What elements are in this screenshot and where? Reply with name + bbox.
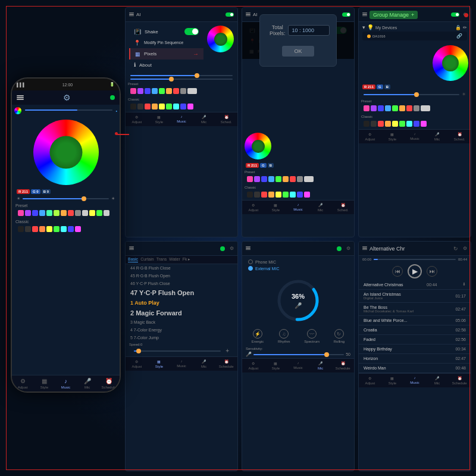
effect-44[interactable]: 44 R·G·B Flush Close [126,264,237,272]
p6-tab-adjust[interactable]: ⚙Adjust [359,374,381,387]
p6-tab-schedule[interactable]: ⏰Schedule [448,374,471,387]
hamburger-icon-5[interactable] [246,246,250,251]
link-icon[interactable]: 🔗 [456,33,462,39]
p3-tab-adjust[interactable]: ⚙Adjust [359,130,381,143]
gear-icon-6[interactable]: ⚙ [463,246,467,251]
hamburger-icon[interactable] [129,12,134,17]
p3-tab-schedule[interactable]: ⏰Sched. [448,130,471,143]
swatch-light[interactable] [104,210,109,216]
phone-tab-style[interactable]: ▦ Style [33,375,55,392]
about-item[interactable]: ℹ About [129,60,203,70]
p1-tab-style[interactable]: ▦Style [148,112,171,126]
mode-energic[interactable]: ⚡ Energic [252,329,264,343]
p2-tab-adjust[interactable]: ⚙Adjust [242,201,265,214]
p1-tab-schedule[interactable]: ⏰Sched. [215,112,237,126]
swatch-lime[interactable] [54,210,60,216]
effect-45[interactable]: 45 R·G·B Flush Open [126,272,237,280]
effect-47[interactable]: 47 Y·C·P Flush Open [126,287,237,298]
p3-tab-mic[interactable]: 🎤Mic [426,130,449,143]
hamburger-icon-2[interactable] [246,12,250,17]
mode-rhythm[interactable]: ♫ Rhythm [278,329,290,343]
phone-tab-adjust[interactable]: ⚙ Adjust [12,375,33,392]
c-swatch-5[interactable] [46,226,52,232]
swatch-purple[interactable] [25,210,31,216]
next-button[interactable]: ⏭ [427,266,437,277]
hamburger-icon-4[interactable] [129,246,134,251]
track-2[interactable]: An Island ChristmasDigital Juice 01:17 [359,290,471,303]
p4-tab-style[interactable]: ▦Style [148,357,171,371]
small-color-dot[interactable] [14,107,21,114]
c-swatch-6[interactable] [54,226,60,232]
toggle-on-1[interactable] [226,12,234,17]
effect-2[interactable]: 2 Magic Forward [126,308,237,318]
p1-tab-music[interactable]: ♪Music [170,112,193,126]
add-speed-icon[interactable]: + [226,347,229,354]
p2-tab-music[interactable]: ♪Music [287,201,309,214]
tab-basic[interactable]: Basic [128,257,138,262]
device-entry[interactable]: DA1016 🔗 [362,32,467,40]
phone-tab-mic[interactable]: 🎤 Mic [77,375,98,392]
lock-icon[interactable]: 🔒 [455,25,461,30]
phone-tab-music[interactable]: ♪ Music [55,375,76,392]
effect-46[interactable]: 46 Y·C·P Flush Close [126,280,237,287]
p5-tab-mic[interactable]: 🎤Mic [309,359,332,372]
dialog-ok-button[interactable]: OK [282,46,314,57]
tab-water[interactable]: Water [169,257,180,262]
track-3[interactable]: Be The BossMichal Docekalec & Tomas Karl… [359,303,471,316]
phone-color-wheel[interactable] [33,120,99,185]
swatch-green[interactable] [96,210,102,216]
c-swatch-9[interactable] [75,226,81,232]
swatch-orange[interactable] [61,210,67,216]
chevron-down-icon[interactable]: ▾ [362,24,365,30]
track-9[interactable]: Weirdo Man 00:48 [359,364,471,373]
p4-tab-adjust[interactable]: ⚙Adjust [126,357,148,371]
track-4[interactable]: Blue and White Porce... 05:06 [359,316,471,325]
phone-mic-option[interactable]: Phone MIC [248,259,348,264]
tab-curtain[interactable]: Curtain [140,257,154,262]
tab-trans[interactable]: Trans [156,257,167,262]
track-7[interactable]: Happy Birthday 00:34 [359,345,471,354]
track-1-download[interactable]: ⬇ [462,282,466,287]
effect-1[interactable]: 1 Auto Play [126,298,237,308]
p5-tab-style[interactable]: ▦Style [265,359,287,372]
phone-tab-schedule[interactable]: ⏰ Schedule [98,375,120,392]
swatch-white[interactable] [82,210,88,216]
p2-tab-mic[interactable]: 🎤Mic [309,201,332,214]
p4-tab-mic[interactable]: 🎤Mic [193,357,215,371]
effect-3[interactable]: 3 Magic Back [126,318,237,326]
p6-tab-mic[interactable]: 🎤Mic [426,374,449,387]
track-5[interactable]: Croatia 02:58 [359,325,471,335]
panel3-color-wheel[interactable] [433,45,468,81]
p1-tab-mic[interactable]: 🎤Mic [193,112,215,126]
c-swatch-4[interactable] [39,226,45,232]
menu-icon[interactable] [17,95,24,100]
c-swatch-8[interactable] [68,226,74,232]
p6-tab-style[interactable]: ▦Style [381,374,404,387]
p3-tab-music[interactable]: ♪Music [403,130,426,143]
p3-tab-style[interactable]: ▦Style [381,130,404,143]
shake-item[interactable]: 📳 Shake [129,26,203,37]
effect-4[interactable]: 4 7-Color Energy [126,326,237,334]
c-swatch-3[interactable] [32,226,38,232]
toggle-on-3[interactable] [451,12,459,17]
mode-rolling[interactable]: ↻ Rolling [334,329,345,343]
p6-tab-music[interactable]: ♪Music [403,374,426,387]
panel1-color-wheel[interactable] [207,26,234,52]
effect-5[interactable]: 5 7-Color Jump [126,334,237,342]
shake-toggle[interactable] [184,28,199,35]
p4-tab-music[interactable]: ♪Music [170,357,193,371]
modify-pin-item[interactable]: 📍 Modify Pin Sequence [129,37,203,48]
external-mic-option[interactable]: External MIC [248,266,348,271]
edit-icon[interactable]: ✏ [463,25,467,30]
gear-icon-4[interactable]: ⚙ [230,246,234,251]
p1-tab-adjust[interactable]: ⚙Adjust [126,112,148,126]
track-1[interactable]: Alternative Christmas 00:44 ⬇ [359,280,471,290]
swatch-mint[interactable] [46,210,52,216]
swatch-yellow[interactable] [89,210,95,216]
hamburger-icon-6[interactable] [362,246,367,251]
prev-button[interactable]: ⏮ [392,266,403,277]
c-swatch-7[interactable] [61,226,67,232]
c-swatch-1[interactable] [18,226,24,232]
pixels-input[interactable] [288,25,330,36]
p2-tab-style[interactable]: ▦Style [265,201,287,214]
